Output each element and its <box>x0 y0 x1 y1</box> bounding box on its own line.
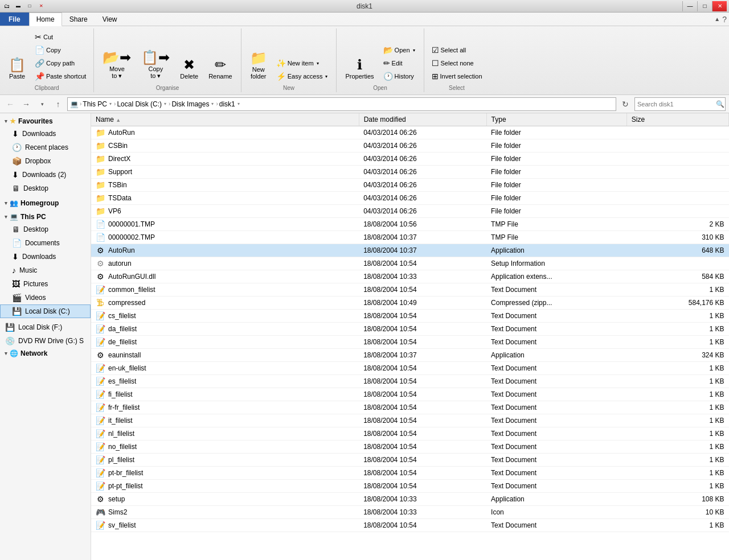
refresh-button[interactable]: ↻ <box>619 97 632 111</box>
tab-home[interactable]: Home <box>29 13 62 26</box>
table-row[interactable]: 📁 TSData 04/03/2014 06:26 File folder <box>91 192 729 205</box>
table-row[interactable]: 🗜 compressed 18/08/2004 10:49 Compressed… <box>91 297 729 310</box>
sidebar-item-desktop[interactable]: 🖥 Desktop <box>0 182 91 195</box>
search-box[interactable]: 🔍 <box>634 97 726 111</box>
table-row[interactable]: 📝 pt-br_filelist 18/08/2004 10:54 Text D… <box>91 467 729 480</box>
tab-file[interactable]: File <box>0 13 29 26</box>
table-row[interactable]: 📝 sv_filelist 18/08/2004 10:54 Text Docu… <box>91 519 729 532</box>
close-button[interactable]: ✕ <box>712 1 727 11</box>
table-row[interactable]: 📝 de_filelist 18/08/2004 10:54 Text Docu… <box>91 336 729 349</box>
sidebar-header-homegroup[interactable]: ▾ 👥 Homegroup <box>0 197 91 209</box>
breadcrumb-item-local-disk[interactable]: Local Disk (C:) ▾ <box>117 100 167 108</box>
sidebar-item-downloads[interactable]: ⬇ Downloads <box>0 127 91 141</box>
table-row[interactable]: 📝 da_filelist 18/08/2004 10:54 Text Docu… <box>91 323 729 336</box>
open-arrow[interactable]: ▾ <box>412 48 416 53</box>
forward-button[interactable]: → <box>19 97 33 111</box>
table-row[interactable]: 📁 DirectX 04/03/2014 06:26 File folder <box>91 153 729 166</box>
cut-button[interactable]: ✂ Cut <box>32 31 89 43</box>
col-header-size[interactable]: Size <box>626 113 728 126</box>
edit-button[interactable]: ✏ Edit <box>380 57 419 69</box>
table-row[interactable]: 📄 00000001.TMP 18/08/2004 10:56 TMP File… <box>91 218 729 231</box>
sidebar-item-recent-places[interactable]: 🕐 Recent places <box>0 141 91 154</box>
sidebar-item-desktop2[interactable]: 🖥 Desktop <box>0 223 91 236</box>
easy-access-arrow[interactable]: ▾ <box>324 74 329 79</box>
breadcrumb-arrow-disk1[interactable]: ▾ <box>236 101 241 106</box>
back-button[interactable]: ← <box>3 97 17 111</box>
new-item-arrow[interactable]: ▾ <box>316 61 320 66</box>
new-item-button[interactable]: ✨ New item ▾ <box>273 57 332 69</box>
select-all-button[interactable]: ☑ Select all <box>429 44 485 56</box>
rename-button[interactable]: ✏ Rename <box>204 55 236 83</box>
easy-access-button[interactable]: ⚡ Easy access ▾ <box>273 70 332 83</box>
table-row[interactable]: 📝 fi_filelist 18/08/2004 10:54 Text Docu… <box>91 388 729 401</box>
tab-view[interactable]: View <box>95 13 125 26</box>
table-row[interactable]: 📝 pl_filelist 18/08/2004 10:54 Text Docu… <box>91 454 729 467</box>
breadcrumb-item-disk1[interactable]: disk1 ▾ <box>219 100 241 108</box>
history-button[interactable]: 🕐 History <box>380 70 419 83</box>
table-row[interactable]: ⚙ AutoRunGUI.dll 18/08/2004 10:33 Applic… <box>91 270 729 283</box>
delete-button[interactable]: ✖ Delete <box>176 55 202 83</box>
sidebar-header-network[interactable]: ▾ 🌐 Network <box>0 348 91 359</box>
table-row[interactable]: ⚙ setup 18/08/2004 10:33 Application 108… <box>91 493 729 506</box>
table-row[interactable]: 📁 CSBin 04/03/2014 06:26 File folder <box>91 139 729 153</box>
sidebar-item-videos[interactable]: 🎬 Videos <box>0 291 91 304</box>
table-row[interactable]: 📝 no_filelist 18/08/2004 10:54 Text Docu… <box>91 440 729 454</box>
new-folder-button[interactable]: 📁 Newfolder <box>246 48 271 83</box>
sidebar-item-dvd[interactable]: 💿 DVD RW Drive (G:) S <box>0 334 91 348</box>
breadcrumb-arrow-disk-images[interactable]: ▾ <box>210 101 215 106</box>
copy-to-button[interactable]: 📋➡ Copyto ▾ <box>137 48 174 83</box>
table-row[interactable]: 📝 es_filelist 18/08/2004 10:54 Text Docu… <box>91 375 729 388</box>
properties-button[interactable]: ℹ Properties <box>341 55 378 83</box>
table-row[interactable]: ⚙ AutoRun 18/08/2004 10:37 Application 6… <box>91 244 729 257</box>
sidebar-item-downloads3[interactable]: ⬇ Downloads <box>0 250 91 263</box>
table-row[interactable]: 📝 cs_filelist 18/08/2004 10:54 Text Docu… <box>91 310 729 323</box>
table-row[interactable]: 📝 common_filelist 18/08/2004 10:54 Text … <box>91 283 729 297</box>
sidebar-item-documents[interactable]: 📄 Documents <box>0 236 91 250</box>
table-row[interactable]: 📄 00000002.TMP 18/08/2004 10:37 TMP File… <box>91 231 729 244</box>
sidebar-item-dropbox[interactable]: 📦 Dropbox <box>0 154 91 168</box>
table-row[interactable]: 📁 AutoRun 04/03/2014 06:26 File folder <box>91 126 729 139</box>
table-row[interactable]: 📁 VP6 04/03/2014 06:26 File folder <box>91 205 729 218</box>
select-none-button[interactable]: ☐ Select none <box>429 57 485 69</box>
sidebar-item-downloads2[interactable]: ⬇ Downloads (2) <box>0 168 91 182</box>
col-header-type[interactable]: Type <box>486 113 626 126</box>
invert-selection-button[interactable]: ⊞ Invert selection <box>429 70 485 83</box>
table-row[interactable]: 📁 Support 04/03/2014 06:26 File folder <box>91 166 729 179</box>
copy-path-button[interactable]: 🔗 Copy path <box>32 57 89 69</box>
breadcrumb-item-this-pc[interactable]: This PC ▾ <box>83 100 113 108</box>
breadcrumb-arrow-local-disk[interactable]: ▾ <box>163 101 167 106</box>
table-row[interactable]: 🎮 Sims2 18/08/2004 10:33 Icon 10 KB <box>91 506 729 519</box>
maximize-button[interactable]: □ <box>697 1 712 11</box>
up-button[interactable]: ↑ <box>51 97 65 111</box>
breadcrumb-item-disk-images[interactable]: Disk Images ▾ <box>171 100 215 108</box>
table-row[interactable]: ⚙ eauninstall 18/08/2004 10:37 Applicati… <box>91 349 729 362</box>
table-row[interactable]: 📝 it_filelist 18/08/2004 10:54 Text Docu… <box>91 414 729 427</box>
table-row[interactable]: ⚙ autorun 18/08/2004 10:54 Setup Informa… <box>91 257 729 270</box>
breadcrumb-item-0[interactable]: 💻 <box>70 100 79 108</box>
move-to-button[interactable]: 📂➡ Moveto ▾ <box>99 48 135 83</box>
ribbon-collapse-icon[interactable]: ▲ <box>714 16 720 22</box>
sidebar-item-pictures[interactable]: 🖼 Pictures <box>0 277 91 291</box>
window-controls[interactable]: — □ ✕ <box>682 1 727 11</box>
sidebar-header-this-pc[interactable]: ▾ 💻 This PC <box>0 211 91 223</box>
col-header-name[interactable]: Name ▲ <box>91 113 359 126</box>
sidebar-item-local-disk-c[interactable]: 💾 Local Disk (C:) <box>0 304 91 318</box>
table-row[interactable]: 📝 en-uk_filelist 18/08/2004 10:54 Text D… <box>91 362 729 375</box>
sidebar-header-favourites[interactable]: ▾ ★ Favourites <box>0 116 91 127</box>
tab-share[interactable]: Share <box>62 13 95 26</box>
paste-button[interactable]: 📋 Paste <box>5 55 30 83</box>
table-row[interactable]: 📁 TSBin 04/03/2014 06:26 File folder <box>91 179 729 192</box>
search-input[interactable] <box>637 101 716 108</box>
col-header-date[interactable]: Date modified <box>359 113 486 126</box>
table-row[interactable]: 📝 nl_filelist 18/08/2004 10:54 Text Docu… <box>91 427 729 440</box>
table-row[interactable]: 📝 fr-fr_filelist 18/08/2004 10:54 Text D… <box>91 401 729 414</box>
table-row[interactable]: 📝 pt-pt_filelist 18/08/2004 10:54 Text D… <box>91 480 729 493</box>
recent-locations-button[interactable]: ▾ <box>35 97 49 111</box>
sidebar-item-music[interactable]: ♪ Music <box>0 263 91 277</box>
breadcrumb-arrow-this-pc[interactable]: ▾ <box>108 101 113 106</box>
copy-button[interactable]: 📄 Copy <box>32 44 89 56</box>
paste-shortcut-button[interactable]: 📌 Paste shortcut <box>32 70 89 83</box>
sidebar-item-local-disk-f[interactable]: 💾 Local Disk (F:) <box>0 320 91 334</box>
minimize-button[interactable]: — <box>682 1 697 11</box>
open-button[interactable]: 📂 Open ▾ <box>380 44 419 56</box>
